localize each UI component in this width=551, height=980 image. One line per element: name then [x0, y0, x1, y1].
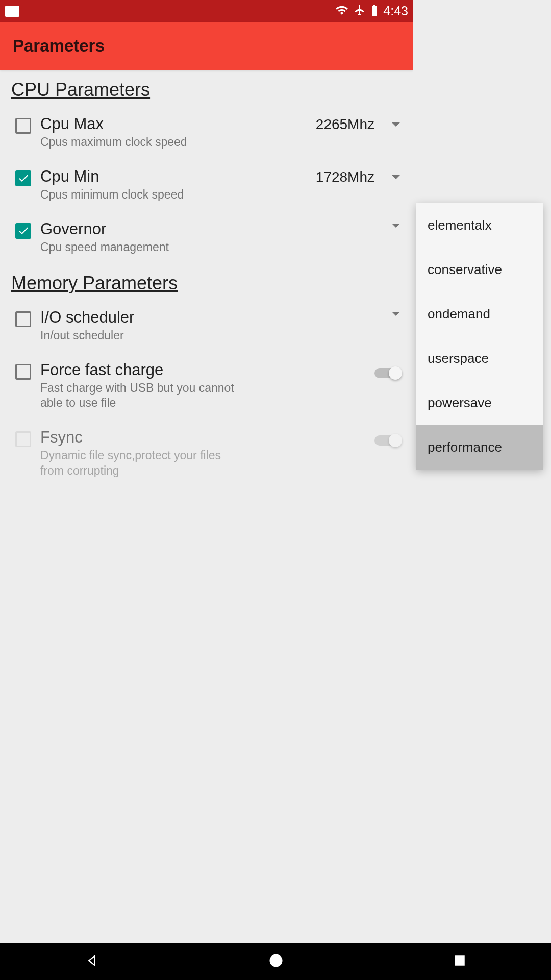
checkbox-cpu-min[interactable]	[15, 170, 31, 186]
status-bar: 4:43	[0, 0, 413, 22]
status-right: 4:43	[335, 4, 408, 19]
battery-icon	[371, 4, 378, 18]
param-description: Fast charge with USB but you cannot able…	[40, 381, 234, 411]
param-text: Cpu Min Cpus minimum clock speed	[40, 167, 316, 203]
status-left	[5, 6, 19, 17]
param-value: 2265Mhz	[316, 116, 374, 133]
chevron-down-icon	[392, 175, 400, 179]
toggle-fast-charge[interactable]	[374, 368, 400, 378]
chevron-down-icon	[392, 224, 400, 228]
param-value: 1728Mhz	[316, 169, 374, 185]
param-text: Fsync Dynamic file sync,protect your fil…	[40, 428, 234, 479]
airplane-icon	[354, 4, 366, 18]
page-title: Parameters	[13, 36, 105, 56]
dropdown-io-scheduler[interactable]	[392, 312, 402, 316]
param-description: Dynamic file sync,protect your files fro…	[40, 448, 234, 479]
param-governor[interactable]: Governor Cpu speed management	[15, 220, 402, 255]
dropdown-cpu-min[interactable]: 1728Mhz	[316, 169, 402, 185]
param-description: Cpu speed management	[40, 240, 402, 255]
section-header-memory: Memory Parameters	[11, 273, 402, 294]
param-fsync[interactable]: Fsync Dynamic file sync,protect your fil…	[15, 428, 402, 479]
param-description: In/out scheduler	[40, 328, 402, 344]
checkbox-io-scheduler[interactable]	[15, 311, 31, 327]
dropdown-cpu-max[interactable]: 2265Mhz	[316, 116, 402, 133]
chevron-down-icon	[392, 312, 400, 316]
param-cpu-max[interactable]: Cpu Max Cpus maximum clock speed 2265Mhz	[15, 115, 402, 150]
checkbox-cpu-max[interactable]	[15, 118, 31, 134]
param-text: I/O scheduler In/out scheduler	[40, 308, 402, 344]
param-text: Cpu Max Cpus maximum clock speed	[40, 115, 316, 150]
param-fast-charge[interactable]: Force fast charge Fast charge with USB b…	[15, 361, 402, 411]
param-text: Governor Cpu speed management	[40, 220, 402, 255]
section-header-cpu: CPU Parameters	[11, 79, 402, 101]
content: CPU Parameters Cpu Max Cpus maximum cloc…	[0, 79, 413, 479]
checkbox-fsync[interactable]	[15, 431, 31, 447]
param-title: Force fast charge	[40, 361, 234, 379]
param-title: Fsync	[40, 428, 234, 447]
app-bar: Parameters	[0, 22, 413, 70]
param-description: Cpus maximum clock speed	[40, 135, 316, 150]
param-title: Governor	[40, 220, 402, 238]
param-title: Cpu Max	[40, 115, 316, 133]
recent-app-icon	[5, 6, 19, 17]
dropdown-governor[interactable]	[392, 224, 402, 228]
param-io-scheduler[interactable]: I/O scheduler In/out scheduler	[15, 308, 402, 344]
checkbox-fast-charge[interactable]	[15, 364, 31, 380]
param-title: Cpu Min	[40, 167, 316, 186]
toggle-fsync[interactable]	[374, 435, 400, 446]
param-title: I/O scheduler	[40, 308, 402, 327]
param-text: Force fast charge Fast charge with USB b…	[40, 361, 234, 411]
chevron-down-icon	[392, 122, 400, 127]
param-description: Cpus minimum clock speed	[40, 187, 316, 203]
checkbox-governor[interactable]	[15, 223, 31, 239]
status-time: 4:43	[383, 4, 408, 18]
wifi-icon	[335, 4, 348, 19]
param-cpu-min[interactable]: Cpu Min Cpus minimum clock speed 1728Mhz	[15, 167, 402, 203]
